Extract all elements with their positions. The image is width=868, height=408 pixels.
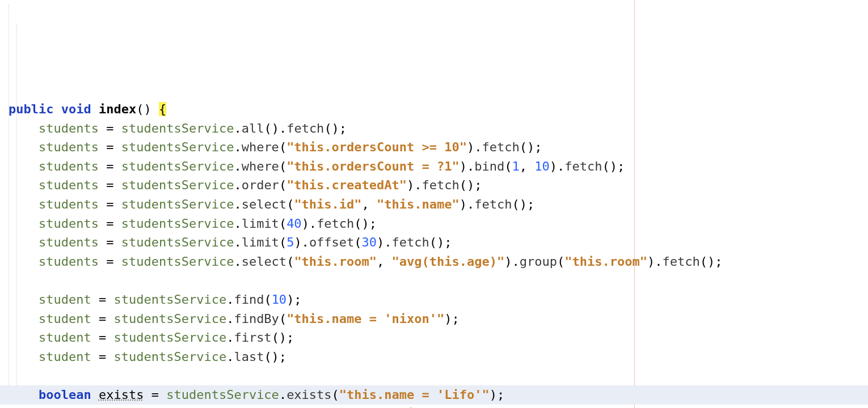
token-meth: fetch [474,197,512,211]
token-field: students [39,140,99,154]
token-num: 40 [286,216,302,231]
token-punc: ( [279,159,286,173]
token-sp [91,388,99,402]
token-meth: where [242,159,279,173]
token-meth: findBy [234,312,279,326]
token-punc: (). [264,121,286,135]
token-meth: order [242,178,279,192]
token-str: "this.room" [294,254,377,269]
token-punc: (); [429,235,452,249]
token-punc: ( [279,312,286,326]
token-punc: ( [557,254,564,269]
token-meth: fetch [392,235,429,249]
token-field: students [39,178,99,192]
code-line[interactable]: student = studentsService.first(); [9,328,868,347]
token-punc: ). [294,235,309,249]
token-kw: public [9,102,53,116]
token-field: studentsService [121,216,234,231]
code-line[interactable]: public void index() { [9,100,868,119]
token-meth: all [242,121,264,135]
token-str: "this.name = 'nixon'" [286,312,444,326]
token-field: studentsService [121,159,234,173]
token-punc: (); [324,121,347,135]
token-punc: (); [602,159,625,173]
token-punc: ( [286,197,294,211]
token-punc: ); [444,312,460,326]
token-meth: limit [242,235,279,249]
token-punc: . [234,159,241,173]
code-line[interactable]: students = studentsService.all().fetch()… [9,119,868,138]
token-punc: ). [460,197,475,211]
token-num: 10 [534,159,550,173]
token-punc: ( [286,254,294,269]
token-punc: . [226,292,234,307]
token-meth: fetch [662,254,700,269]
token-punc: . [279,388,286,402]
token-punc: (); [272,330,294,345]
code-line[interactable]: students = studentsService.where("this.o… [9,157,868,176]
token-meth: where [242,140,279,154]
code-editor[interactable]: public void index() { students = student… [0,0,868,408]
token-meth: select [242,197,286,211]
code-line[interactable]: student = studentsService.findBy("this.n… [9,309,868,329]
token-field: student [39,312,91,326]
token-punc: = [99,197,121,211]
token-punc: ); [286,292,302,307]
token-punc: ( [504,159,512,173]
token-meth: select [242,254,286,269]
token-str: "this.ordersCount = ?1" [286,159,460,173]
token-punc: (); [264,350,286,364]
token-punc: ( [332,388,339,402]
token-meth: group [520,254,557,269]
code-line[interactable]: students = studentsService.limit(40).fet… [9,214,868,233]
token-punc: , [520,159,535,173]
token-meth: fetch [482,140,520,154]
token-hl-brace: { [159,102,166,116]
token-punc: = [91,350,114,364]
token-field: student [39,330,91,345]
token-punc: = [91,312,114,326]
code-line[interactable]: students = studentsService.where("this.o… [9,138,868,157]
token-str: "this.createdAt" [286,178,407,192]
token-meth: fetch [286,121,324,135]
token-punc: . [234,254,241,269]
token-num: 10 [272,292,287,307]
code-line[interactable]: boolean exists = studentsService.exists(… [9,385,868,405]
token-punc: (); [512,197,535,211]
token-field: students [39,159,99,173]
token-punc: . [234,140,241,154]
token-punc: ( [264,292,271,307]
token-meth: fetch [317,216,354,231]
token-sp [91,102,99,116]
token-field: studentsService [166,388,279,402]
token-str: "this.id" [294,197,361,211]
code-line[interactable]: long count = (long) studentsService.coun… [9,404,868,408]
token-punc: (); [354,216,377,231]
token-punc: . [226,312,234,326]
code-line[interactable] [9,271,868,290]
token-str: "this.name" [377,197,460,211]
token-field: studentsService [113,350,226,364]
code-line[interactable]: student = studentsService.last(); [9,347,868,367]
code-line[interactable]: students = studentsService.select("this.… [9,252,868,271]
token-punc: = [99,216,121,231]
token-punc: = [91,330,114,345]
token-meth: first [234,330,271,345]
code-line[interactable]: students = studentsService.select("this.… [9,195,868,214]
token-punc: (); [700,254,723,269]
code-line[interactable]: students = studentsService.limit(5).offs… [9,233,868,252]
code-line[interactable] [9,366,868,385]
token-punc: = [99,254,121,269]
token-punc: = [99,159,121,173]
token-field: studentsService [121,178,234,192]
token-punc: ). [407,178,422,192]
token-punc: (); [520,140,542,154]
code-line[interactable]: students = studentsService.order("this.c… [9,176,868,195]
token-sp [53,102,61,116]
token-meth: limit [242,216,279,231]
token-var-u: exists [99,388,144,402]
code-content[interactable]: public void index() { students = student… [9,100,868,408]
code-line[interactable]: student = studentsService.find(10); [9,290,868,309]
token-meth: fetch [422,178,460,192]
token-field: studentsService [113,292,226,307]
